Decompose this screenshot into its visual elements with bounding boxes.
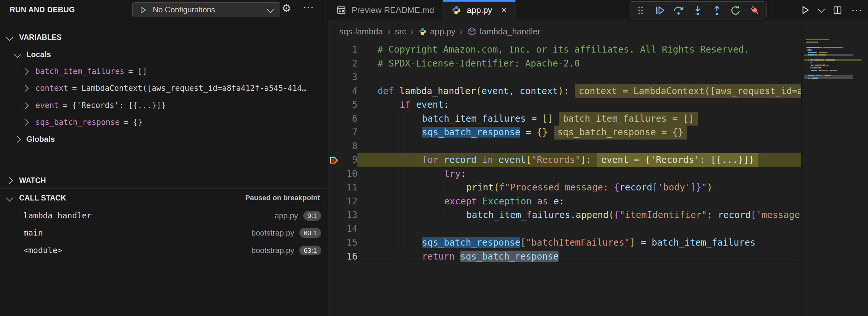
step-into-button[interactable] (691, 4, 704, 17)
start-debug-icon[interactable] (138, 5, 148, 14)
tab-label: app.py (467, 5, 492, 15)
chevron-right-icon (6, 177, 13, 184)
minimap-token (808, 59, 809, 61)
split-editor-icon[interactable] (832, 5, 843, 15)
line-number-gutter[interactable]: 14 (328, 222, 358, 236)
code-line[interactable]: 16 return sqs_batch_response (328, 250, 803, 264)
minimap-token (816, 67, 817, 68)
minimap[interactable] (801, 20, 868, 316)
line-number-gutter[interactable]: 12 (328, 195, 358, 209)
gear-icon[interactable]: ⚙ (282, 2, 291, 14)
line-number-gutter[interactable]: 3 (328, 70, 358, 84)
disconnect-button[interactable] (748, 4, 761, 17)
line-number-gutter[interactable]: 7 (328, 126, 358, 139)
variables-section-header[interactable]: VARIABLES (0, 30, 327, 45)
code-line[interactable]: 5 if event: (328, 98, 803, 112)
code-token: [] (542, 113, 553, 124)
minimap-token (826, 65, 826, 66)
code-token: : (563, 86, 569, 96)
call-stack-frame[interactable]: lambda_handlerapp.py9:1 (0, 207, 327, 224)
more-actions-icon[interactable]: ⋯ (851, 4, 862, 17)
minimap-token (821, 70, 822, 71)
minimap-token (824, 75, 825, 76)
code-line[interactable]: 7 sqs_batch_response = {}sqs_batch_respo… (328, 126, 803, 139)
line-number-gutter[interactable]: 6 (328, 112, 358, 126)
variable-value: = [] (128, 67, 147, 76)
line-number-gutter[interactable]: 2 (328, 57, 358, 71)
code-token: context (520, 86, 558, 96)
line-number-gutter[interactable]: 4 (328, 84, 358, 98)
minimap-token (819, 59, 822, 61)
minimap-token (813, 47, 814, 48)
variable-row[interactable]: context= LambdaContext([aws_request_id=a… (0, 80, 327, 97)
breadcrumb-separator: › (411, 26, 413, 37)
code-token: "Records" (531, 154, 581, 165)
code-line[interactable]: 3 (328, 70, 803, 84)
breadcrumb-item-folder[interactable]: src (395, 27, 406, 37)
variable-row[interactable]: batch_item_failures= [] (0, 63, 327, 80)
line-number-gutter[interactable]: 11 (328, 181, 358, 195)
code-line[interactable]: 4def lambda_handler(event, context):cont… (328, 84, 803, 98)
code-line[interactable]: 6 batch_item_failures = []batch_item_fai… (328, 112, 803, 126)
code-line[interactable]: 13 batch_item_failures.append({"itemIden… (328, 208, 803, 222)
code-token: 'body' (658, 182, 690, 193)
line-number-gutter[interactable]: 1 (328, 43, 358, 57)
code-line[interactable]: 2# SPDX-License-Identifier: Apache-2.0 (328, 57, 803, 71)
breadcrumb-item-symbol[interactable]: lambda_handler (467, 27, 540, 37)
code-line[interactable]: 14 (328, 222, 803, 236)
code-line[interactable]: 11 print(f"Processed message: {record['b… (328, 181, 803, 195)
call-stack-section-header[interactable]: CALL STACK Paused on breakpoint (0, 189, 327, 206)
run-dropdown-icon[interactable] (818, 5, 825, 12)
code-line[interactable]: 8 (328, 139, 803, 154)
python-icon (451, 5, 462, 15)
call-stack-frame[interactable]: mainbootstrap.py60:1 (0, 224, 327, 242)
code-token: for (422, 154, 438, 165)
line-number-gutter[interactable]: 5 (328, 98, 358, 112)
code-token: ( (494, 182, 499, 193)
code-line-content: sqs_batch_response = {}sqs_batch_respons… (358, 126, 803, 139)
line-number-gutter[interactable]: 9 (328, 153, 358, 167)
watch-section-header[interactable]: WATCH (0, 172, 327, 188)
tab-label: Preview README.md (351, 5, 434, 15)
code-line[interactable]: 12 except Exception as e: (328, 195, 803, 209)
breadcrumb-item-folder[interactable]: sqs-lambda (339, 27, 383, 37)
call-stack-frame[interactable]: <module>bootstrap.py63:1 (0, 242, 327, 259)
line-number-gutter[interactable]: 16 (328, 250, 358, 264)
line-number-gutter[interactable]: 13 (328, 208, 358, 222)
tab-app-py[interactable]: app.py × (443, 0, 516, 20)
variable-name: context (35, 84, 68, 93)
code-line[interactable]: 10 try: (328, 167, 803, 181)
variable-row[interactable]: sqs_batch_response= {} (0, 114, 327, 131)
step-out-button[interactable] (710, 4, 723, 17)
variable-value: = {} (124, 118, 143, 127)
variables-group-locals[interactable]: Locals (0, 46, 327, 63)
breadcrumb-item-file[interactable]: app.py (418, 27, 456, 37)
tab-preview-readme[interactable]: Preview README.md (328, 0, 443, 20)
code-line[interactable]: 1# Copyright Amazon.com, Inc. or its aff… (328, 43, 803, 57)
drag-handle-icon[interactable] (634, 4, 647, 17)
restart-button[interactable] (729, 4, 742, 17)
continue-button[interactable] (653, 4, 666, 17)
step-over-button[interactable] (672, 4, 685, 17)
code-line[interactable]: 9 for record in event["Records"]:event =… (328, 153, 803, 167)
debug-config-dropdown[interactable]: No Configurations (132, 2, 280, 17)
code-line[interactable]: 15 sqs_batch_response["batchItemFailures… (328, 236, 803, 250)
minimap-token (817, 67, 818, 68)
close-icon[interactable]: × (501, 5, 507, 15)
minimap-token (821, 47, 822, 48)
minimap-line (804, 67, 867, 68)
more-actions-icon[interactable]: ⋯ (303, 1, 315, 13)
panel-divider[interactable] (0, 172, 327, 172)
code-line-content: batch_item_failures = []batch_item_failu… (358, 112, 803, 126)
minimap-token (811, 65, 812, 66)
indent-guide (400, 112, 422, 126)
code-editor[interactable]: 1# Copyright Amazon.com, Inc. or its aff… (328, 43, 803, 316)
code-token: record (718, 210, 751, 220)
line-number-gutter[interactable]: 10 (328, 167, 358, 181)
line-number-gutter[interactable]: 15 (328, 236, 358, 250)
variables-group-globals[interactable]: Globals (0, 131, 327, 148)
debug-toolbar (629, 1, 767, 20)
run-python-file-icon[interactable] (800, 4, 811, 15)
variable-row[interactable]: event= {'Records': [{...}]} (0, 97, 327, 114)
line-number-gutter[interactable]: 8 (328, 139, 358, 154)
